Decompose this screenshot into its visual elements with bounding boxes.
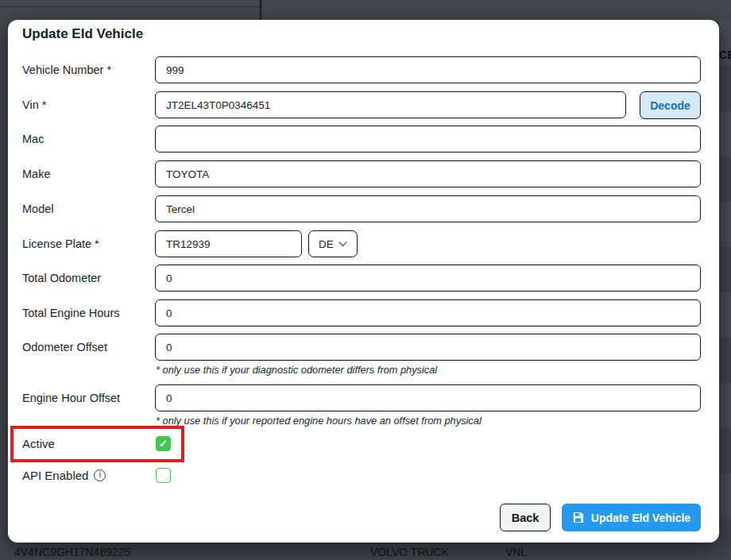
license-plate-label: License Plate * (22, 230, 153, 257)
save-icon (572, 512, 584, 523)
total-odometer-input[interactable] (155, 265, 701, 292)
background-table-rows (719, 21, 731, 560)
make-label: Make (22, 160, 153, 187)
total-odometer-label: Total Odometer (22, 265, 153, 292)
background-column-divider (260, 0, 261, 21)
license-plate-input[interactable] (155, 230, 302, 257)
total-engine-hours-label: Total Engine Hours (22, 299, 153, 326)
engine-hour-offset-input[interactable] (155, 384, 701, 411)
mac-input[interactable] (155, 126, 701, 153)
update-eld-vehicle-button[interactable]: Update Eld Vehicle (562, 504, 701, 531)
update-eld-vehicle-modal: Update Eld Vehicle Vehicle Number * Vin … (8, 20, 719, 543)
decode-button[interactable]: Decode (640, 91, 701, 119)
engine-hour-offset-label: Engine Hour Offset (22, 384, 153, 411)
total-engine-hours-input[interactable] (155, 299, 701, 326)
background-header-border (0, 6, 260, 7)
make-input[interactable] (155, 160, 701, 187)
active-checkbox[interactable] (156, 436, 171, 451)
api-enabled-checkbox[interactable] (156, 468, 171, 483)
vin-input[interactable] (155, 91, 626, 118)
chevron-down-icon (338, 241, 347, 247)
vin-label: Vin * (22, 91, 153, 118)
api-enabled-label-text: API Enabled (22, 469, 88, 482)
vehicle-number-label: Vehicle Number * (22, 56, 153, 83)
background-header-partial-text: CEL (719, 48, 731, 61)
mac-label: Mac (22, 126, 153, 153)
update-eld-vehicle-button-label: Update Eld Vehicle (591, 512, 690, 524)
modal-title: Update Eld Vehicle (22, 26, 143, 42)
license-plate-state-value: DE (319, 238, 334, 250)
model-label: Model (22, 195, 153, 222)
odometer-offset-input[interactable] (155, 334, 701, 361)
model-input[interactable] (155, 195, 701, 222)
license-plate-state-select[interactable]: DE (308, 230, 358, 257)
api-enabled-label: API Enabled (22, 458, 153, 494)
background-row-make: VOLVO TRUCK (370, 546, 449, 558)
odometer-offset-label: Odometer Offset (22, 334, 153, 361)
info-icon[interactable] (94, 469, 106, 481)
background-row-model: VNL (505, 546, 527, 558)
engine-hour-offset-note: * only use this if your reported engine … (156, 415, 482, 427)
odometer-offset-note: * only use this if your diagnostic odome… (156, 364, 437, 376)
background-row-vin: 4V4NC9GH17N469225 (14, 546, 130, 558)
vehicle-number-input[interactable] (155, 56, 701, 83)
back-button[interactable]: Back (500, 504, 551, 531)
